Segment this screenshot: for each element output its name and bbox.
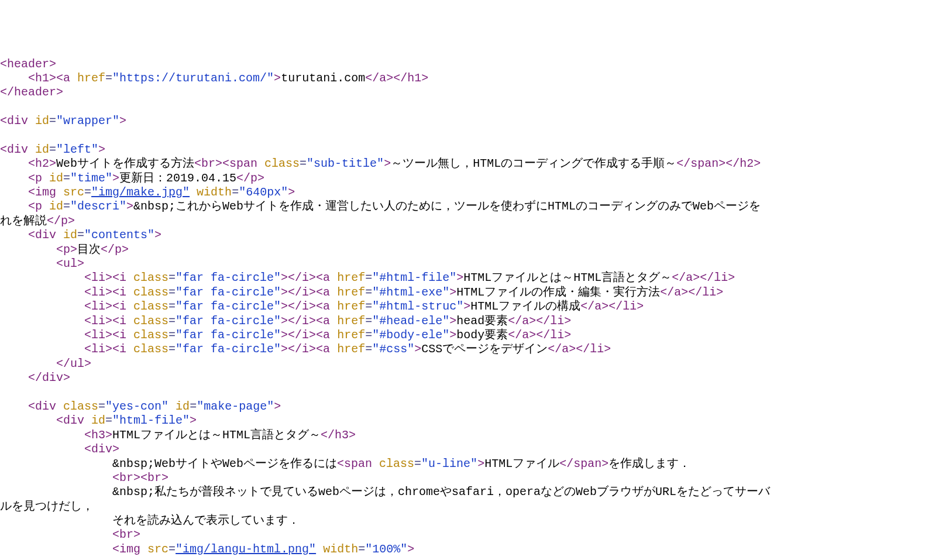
source-code-view: <header> <h1><a href="https://turutani.c… bbox=[0, 57, 932, 557]
